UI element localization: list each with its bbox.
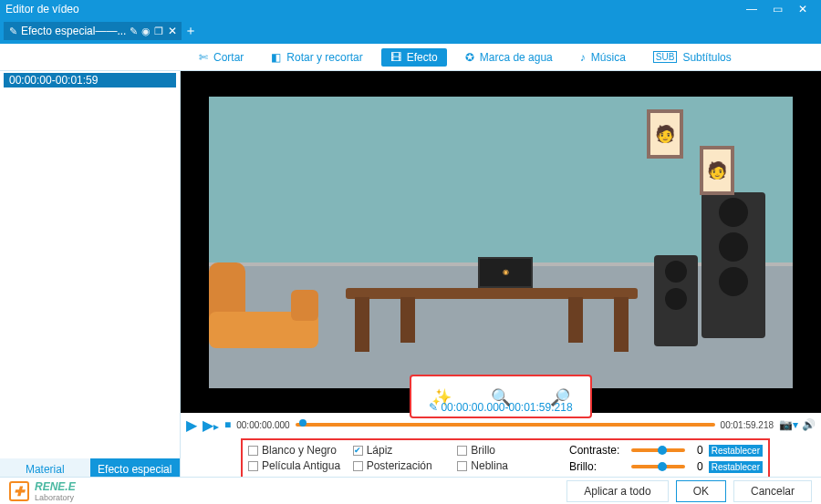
checkbox-icon[interactable]: ✔ <box>353 446 363 456</box>
tab-close-icon[interactable]: ✕ <box>167 25 178 37</box>
volume-icon[interactable]: 🔊 <box>802 418 816 431</box>
slider-brillo: Brillo: 0 Restablecer <box>569 460 763 473</box>
effect-checkbox[interactable]: Neblina <box>457 459 562 472</box>
document-tab-label: Efecto especial——... <box>21 25 126 37</box>
tool-musica[interactable]: ♪ Música <box>571 48 635 67</box>
document-tab-strip: ✎ Efecto especial——... ✎ ◉ ❐ ✕ ＋ <box>0 18 821 44</box>
brand-sub: Laboratory <box>35 493 76 502</box>
cancel-button[interactable]: Cancelar <box>733 480 812 502</box>
timeline-thumb[interactable] <box>299 419 307 427</box>
left-panel: 00:00:00-00:01:59 Material Efecto especi… <box>0 71 181 504</box>
effect-label: Brillo <box>471 444 495 457</box>
play-fast-button[interactable]: ▶▸ <box>203 417 219 434</box>
apply-all-button[interactable]: Aplicar a todo <box>566 480 668 502</box>
right-panel: ◉ 🧑 🧑 ✨ 🔍 🔎 ✎ 00:00:00.000-00:01:59.218 <box>181 71 821 504</box>
slider-contraste: Contraste: 0 Restablecer <box>569 444 763 457</box>
maximize-button[interactable]: ▭ <box>764 3 790 15</box>
play-button[interactable]: ▶ <box>186 417 197 434</box>
checkbox-icon[interactable] <box>457 446 467 456</box>
brand-mark-icon: ✚ <box>9 481 29 501</box>
brand-logo: ✚ RENE.E Laboratory <box>9 480 76 502</box>
effect-label: Película Antigua <box>262 459 340 472</box>
tool-cortar[interactable]: ✄ Cortar <box>190 48 253 67</box>
stop-button[interactable]: ■ <box>224 418 231 431</box>
brand-name: RENE.E <box>35 480 76 493</box>
title-bar: Editor de vídeo ― ▭ ✕ <box>0 0 821 18</box>
checkbox-icon[interactable] <box>248 446 258 456</box>
film-icon: 🎞 <box>390 51 401 64</box>
contraste-slider[interactable] <box>631 448 685 452</box>
timeline-track[interactable] <box>296 421 715 428</box>
tool-label: Rotar y recortar <box>286 51 362 64</box>
effect-checkbox[interactable]: Blanco y Negro <box>248 444 353 457</box>
brillo-slider[interactable] <box>631 465 685 468</box>
eye-icon[interactable]: ◉ <box>141 26 151 37</box>
contraste-reset[interactable]: Restablecer <box>709 445 763 457</box>
effect-checkbox[interactable]: Posterización <box>353 459 458 472</box>
add-tab-button[interactable]: ＋ <box>182 23 200 39</box>
effect-label: Posterización <box>367 459 432 472</box>
tool-label: Música <box>591 51 626 64</box>
effect-checkbox[interactable]: Película Antigua <box>248 459 353 472</box>
window-title: Editor de vídeo <box>5 3 79 15</box>
tool-label: Marca de agua <box>480 51 553 64</box>
crop-icon: ◧ <box>271 51 281 64</box>
tool-marca[interactable]: ✪ Marca de agua <box>456 48 562 67</box>
document-tab[interactable]: ✎ Efecto especial——... ✎ ◉ ❐ ✕ <box>4 22 182 40</box>
music-icon: ♪ <box>580 51 586 64</box>
timeline-start: 00:00:00.000 <box>236 420 289 430</box>
pencil-icon: ✎ <box>429 401 438 414</box>
subtitle-icon: SUB <box>653 51 678 63</box>
main-toolbar: ✄ Cortar ◧ Rotar y recortar 🎞 Efecto ✪ M… <box>0 44 821 71</box>
snapshot-icon[interactable]: 📷▾ <box>779 418 798 431</box>
close-button[interactable]: ✕ <box>790 3 816 15</box>
scissors-icon: ✄ <box>199 51 208 64</box>
effect-label: Neblina <box>471 459 508 472</box>
clip-range[interactable]: 00:00:00-00:01:59 <box>4 73 176 87</box>
tool-label: Efecto <box>407 51 438 64</box>
effect-label: Blanco y Negro <box>262 444 337 457</box>
preview-frame: ◉ 🧑 🧑 <box>209 97 793 388</box>
timeline-end: 00:01:59.218 <box>721 420 774 430</box>
effect-checkbox[interactable]: ✔Lápiz <box>353 444 458 457</box>
tool-rotar[interactable]: ◧ Rotar y recortar <box>262 48 371 67</box>
tool-label: Subtítulos <box>682 51 731 64</box>
edit-icon[interactable]: ✎ <box>130 26 138 37</box>
checkbox-icon[interactable] <box>457 461 467 471</box>
checkbox-icon[interactable] <box>248 461 258 471</box>
tool-label: Cortar <box>213 51 244 64</box>
tool-subtitulos[interactable]: SUB Subtítulos <box>644 48 741 67</box>
minimize-button[interactable]: ― <box>739 3 764 15</box>
tool-efecto[interactable]: 🎞 Efecto <box>381 48 447 67</box>
footer: ✚ RENE.E Laboratory Aplicar a todo OK Ca… <box>0 477 821 504</box>
effect-range-label: ✎ 00:00:00.000-00:01:59.218 <box>429 401 572 414</box>
ok-button[interactable]: OK <box>676 480 726 502</box>
effect-label: Lápiz <box>367 444 393 457</box>
brillo-reset[interactable]: Restablecer <box>709 461 763 473</box>
checkbox-icon[interactable] <box>353 461 363 471</box>
effect-range-toolbar: ✨ 🔍 🔎 ✎ 00:00:00.000-00:01:59.218 <box>410 375 592 418</box>
video-preview: ◉ 🧑 🧑 ✨ 🔍 🔎 ✎ 00:00:00.000-00:01:59.218 <box>181 71 821 413</box>
watermark-icon: ✪ <box>465 51 474 64</box>
effect-checkbox[interactable]: Brillo <box>457 444 562 457</box>
copy-icon[interactable]: ❐ <box>154 26 163 37</box>
wand-icon: ✎ <box>9 26 17 37</box>
